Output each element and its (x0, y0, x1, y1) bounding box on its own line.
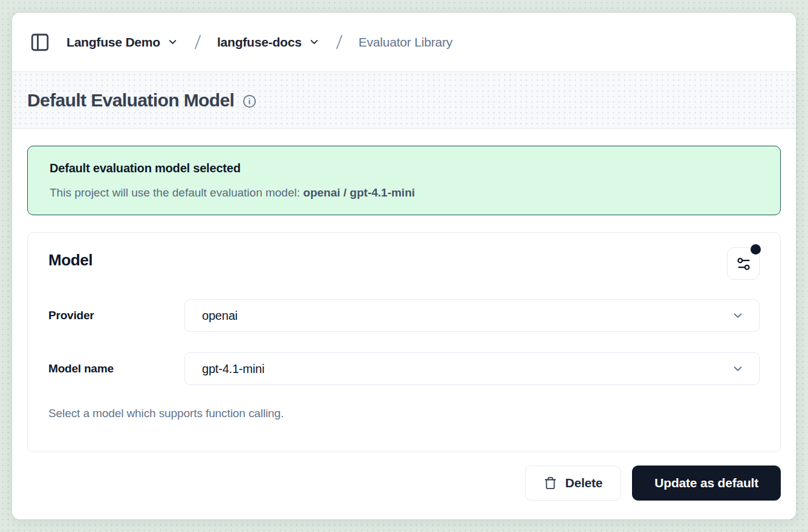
breadcrumb-page-link[interactable]: Evaluator Library (359, 35, 452, 50)
top-navigation-bar: Langfuse Demo langfuse-docs Evaluator Li… (12, 13, 796, 71)
provider-row: Provider openai (48, 299, 760, 332)
breadcrumb-separator (336, 34, 342, 49)
breadcrumb-separator (195, 34, 201, 49)
page-title: Default Evaluation Model (27, 90, 234, 111)
footer-actions: Delete Update as default (27, 465, 781, 501)
update-button-label: Update as default (654, 476, 758, 490)
sidebar-toggle-button[interactable] (29, 31, 51, 53)
breadcrumb-project-selector[interactable]: langfuse-docs (217, 35, 320, 50)
panel-left-icon (30, 32, 50, 53)
provider-select[interactable]: openai (184, 299, 760, 332)
page-header: Default Evaluation Model (12, 71, 796, 129)
main-content: Default evaluation model selected This p… (12, 129, 796, 519)
chevron-down-icon (731, 309, 744, 322)
update-as-default-button[interactable]: Update as default (632, 465, 781, 501)
chevron-down-icon (167, 36, 178, 48)
notification-dot (751, 244, 761, 255)
delete-button[interactable]: Delete (525, 465, 622, 501)
alert-title: Default evaluation model selected (50, 161, 758, 175)
delete-button-label: Delete (565, 476, 603, 490)
alert-description: This project will use the default evalua… (50, 186, 758, 199)
provider-label: Provider (48, 309, 184, 322)
model-card-header: Model (48, 247, 760, 280)
breadcrumb-project-label: langfuse-docs (217, 35, 302, 50)
default-model-alert: Default evaluation model selected This p… (27, 146, 781, 215)
chevron-down-icon (308, 36, 320, 48)
sliders-icon (735, 256, 752, 272)
model-card-title: Model (48, 251, 93, 270)
provider-select-value: openai (202, 309, 238, 323)
model-name-select-value: gpt-4.1-mini (202, 362, 264, 376)
breadcrumb: Langfuse Demo langfuse-docs Evaluator Li… (67, 34, 452, 50)
alert-description-text: This project will use the default evalua… (50, 186, 303, 199)
model-name-label: Model name (48, 362, 184, 375)
advanced-model-settings-button[interactable] (727, 247, 760, 280)
breadcrumb-org-label: Langfuse Demo (67, 35, 160, 50)
chevron-down-icon (731, 362, 744, 375)
trash-icon (544, 476, 557, 490)
info-icon[interactable] (243, 94, 256, 108)
model-helper-text: Select a model which supports function c… (48, 407, 760, 420)
breadcrumb-org-selector[interactable]: Langfuse Demo (67, 35, 178, 50)
app-window: Langfuse Demo langfuse-docs Evaluator Li… (11, 12, 797, 520)
model-name-select[interactable]: gpt-4.1-mini (184, 352, 760, 385)
alert-model-value: openai / gpt-4.1-mini (303, 186, 415, 199)
model-name-row: Model name gpt-4.1-mini (48, 352, 760, 385)
model-card: Model Provider openai (27, 232, 781, 452)
